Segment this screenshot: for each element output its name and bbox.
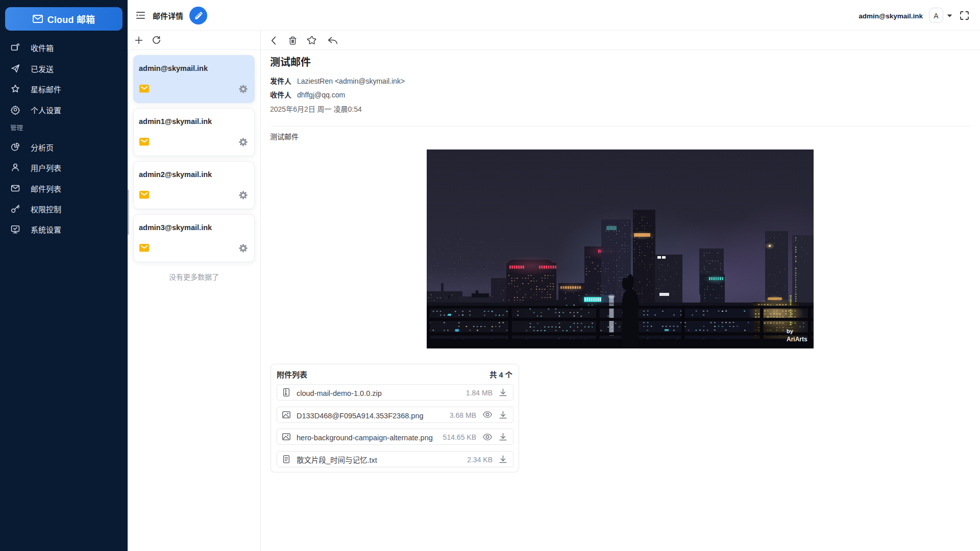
svg-text:AriArts: AriArts: [787, 336, 807, 343]
svg-text:by: by: [787, 328, 794, 334]
